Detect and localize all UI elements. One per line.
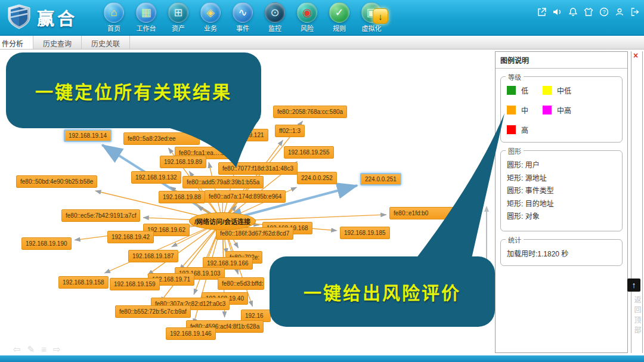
legend-panel-title: 图例说明 xyxy=(496,52,627,69)
theme-icon[interactable] xyxy=(583,7,594,17)
nav-item-label: 工作台 xyxy=(137,23,156,33)
app-logo: 赢合 xyxy=(6,4,78,31)
svg-text:?: ? xyxy=(602,9,605,15)
legend-level-1: 中低 xyxy=(543,85,571,95)
assets-icon: ⊞ xyxy=(168,2,188,23)
nav-item-label: 虚拟化 xyxy=(362,23,382,33)
tab-bar: 件分析历史查询历史关联 xyxy=(0,36,644,49)
back-to-top-button[interactable]: ↑ xyxy=(627,279,640,292)
graph-node[interactable]: 192.168.19.88 xyxy=(159,191,205,203)
bottom-status-bar xyxy=(0,355,644,362)
graph-node[interactable]: 224.0.0.252 xyxy=(297,172,337,184)
level-label: 中低 xyxy=(557,85,571,95)
graph-node[interactable]: 192.168.19.89 xyxy=(160,156,206,168)
graph-node[interactable]: 224.0.0.251 xyxy=(360,173,401,185)
graph-node[interactable]: 192.168.19.185 xyxy=(340,227,390,239)
legend-shape-4: 圆形: 对象 xyxy=(507,211,616,224)
graph-node[interactable]: fe80::5a8:23ed:ee xyxy=(123,132,200,145)
nav-item-label: 资产 xyxy=(172,23,185,33)
nav-item-0[interactable]: ⌂首页 xyxy=(100,2,128,33)
rules-icon: ✓ xyxy=(329,2,349,23)
legend-level-2: 中 xyxy=(507,105,528,115)
legend-level-4: 高 xyxy=(507,125,528,135)
graph-node[interactable]: 192.168.19.187 xyxy=(128,250,178,262)
nav-item-1[interactable]: ▦工作台 xyxy=(132,2,160,33)
graph-node[interactable]: 192.168.19.42 xyxy=(107,231,154,243)
graph-node[interactable]: fe80::2058:768a:cc:580a xyxy=(273,106,347,118)
bell-icon[interactable] xyxy=(568,7,578,17)
graph-node[interactable]: fe80::e1fd:b0 xyxy=(389,207,455,219)
close-icon[interactable]: × xyxy=(633,51,638,60)
legend-level-3: 中高 xyxy=(543,105,571,115)
nav-item-3[interactable]: ◈业务 xyxy=(197,2,224,33)
tab-0[interactable]: 件分析 xyxy=(0,36,33,49)
next-icon[interactable]: ⇨ xyxy=(53,345,61,354)
graph-node[interactable]: 192.168.19.121 xyxy=(218,129,268,141)
graph-node[interactable]: 192.168.19.146 xyxy=(166,327,216,340)
graph-scrollbar-arrow-icon xyxy=(484,206,489,212)
help-icon[interactable]: ? xyxy=(599,7,609,17)
legend-shape-group: 图形 圆形: 用户矩形: 源地址圆形: 事件类型矩形: 目的地址圆形: 对象 xyxy=(500,150,623,231)
graph-node[interactable]: fe80::ec5e:7b42:9191:a7cf xyxy=(61,209,140,222)
nav-item-label: 业务 xyxy=(204,23,217,33)
legend-panel: 图例说明 等级 低中低中中高高 图形 圆形: 用户矩形: 源地址圆形: 事件类型… xyxy=(495,51,628,353)
edit-icon[interactable]: ✎ xyxy=(27,345,35,354)
graph-node[interactable]: fe80::50bd:4e90:9b25:b58e xyxy=(16,175,97,188)
nav-item-2[interactable]: ⊞资产 xyxy=(165,2,192,33)
callout-risk: 一键给出风险评价 xyxy=(270,256,495,327)
tab-2[interactable]: 历史关联 xyxy=(82,36,130,49)
risk-icon: ◉ xyxy=(297,2,317,23)
legend-level-group: 等级 低中低中中高高 xyxy=(500,76,623,143)
nav-item-label: 事件 xyxy=(236,23,249,33)
legend-shape-2: 圆形: 事件类型 xyxy=(507,185,616,198)
volume-icon[interactable] xyxy=(552,7,563,17)
callout-locate-text: 一键定位所有关联结果 xyxy=(35,78,232,104)
graph-node[interactable]: 192.168.19.14 xyxy=(64,129,112,142)
home-icon: ⌂ xyxy=(104,2,124,23)
nav-item-4[interactable]: ∿事件 xyxy=(229,2,256,33)
brand-name: 赢合 xyxy=(37,5,78,30)
footer-toolbar: ⇦ ✎ ≡ ⇨ xyxy=(13,345,61,354)
tab-1[interactable]: 历史查询 xyxy=(33,36,82,49)
nav-item-label: 监控 xyxy=(268,23,281,33)
graph-node[interactable]: 192.168.19.159 xyxy=(110,278,160,290)
graph-node[interactable]: 192.168.19.132 xyxy=(131,171,181,184)
prev-icon[interactable]: ⇦ xyxy=(13,345,21,354)
graph-node[interactable]: ff02::1:3 xyxy=(275,125,305,137)
workbench-icon: ▦ xyxy=(136,2,156,23)
user-icon[interactable] xyxy=(614,7,625,17)
nav-item-7[interactable]: ✓规则 xyxy=(326,2,353,33)
callout-risk-text: 一键给出风险评价 xyxy=(304,279,461,305)
nav-item-label: 规则 xyxy=(333,23,346,33)
legend-shape-3: 矩形: 目的地址 xyxy=(507,198,616,211)
legend-shape-1: 矩形: 源地址 xyxy=(507,172,616,185)
monitor-icon: ⊙ xyxy=(265,2,285,23)
nav-item-label: 风险 xyxy=(301,23,314,33)
graph-node[interactable]: 192.168.19.190 xyxy=(21,237,72,250)
open-in-new-icon[interactable] xyxy=(537,7,547,17)
window-icons: ? xyxy=(537,7,640,17)
back-to-top-label[interactable]: 返回顶部 xyxy=(632,296,642,336)
download-icon[interactable]: ↓ xyxy=(373,8,388,24)
list-icon[interactable]: ≡ xyxy=(41,345,47,354)
graph-center-node[interactable]: /网络访问/会话连接 xyxy=(189,212,256,230)
nav-item-label: 首页 xyxy=(107,23,120,33)
graph-node[interactable]: fe80::e5d3:bffd:5 xyxy=(218,277,264,290)
logout-icon[interactable] xyxy=(630,7,640,17)
business-icon: ◈ xyxy=(200,2,221,23)
nav-item-6[interactable]: ◉风险 xyxy=(293,2,321,33)
level-color-swatch xyxy=(507,125,516,134)
graph-node[interactable]: fe80::ad7a:174d:895b:e964 xyxy=(205,190,286,203)
graph-node[interactable]: 192.168.19.255 xyxy=(284,146,334,159)
graph-node[interactable]: fe80::b552:72b:5c7c:b9af xyxy=(115,305,191,318)
callout-locate: 一键定位所有关联结果 xyxy=(6,52,261,128)
level-color-swatch xyxy=(543,106,552,115)
graph-node[interactable]: 192.168.19.158 xyxy=(58,276,109,289)
graph-node[interactable]: fe80::7077:f18d:31a1:48c3 xyxy=(218,162,298,175)
graph-node[interactable]: fe80::add5:79a8:39b1:b55a xyxy=(182,176,264,188)
events-icon: ∿ xyxy=(233,2,253,23)
level-color-swatch xyxy=(543,86,552,95)
main-nav: ⌂首页▦工作台⊞资产◈业务∿事件⊙监控◉风险✓规则▣虚拟化 xyxy=(100,2,385,33)
level-color-swatch xyxy=(507,86,516,95)
nav-item-5[interactable]: ⊙监控 xyxy=(261,2,289,33)
